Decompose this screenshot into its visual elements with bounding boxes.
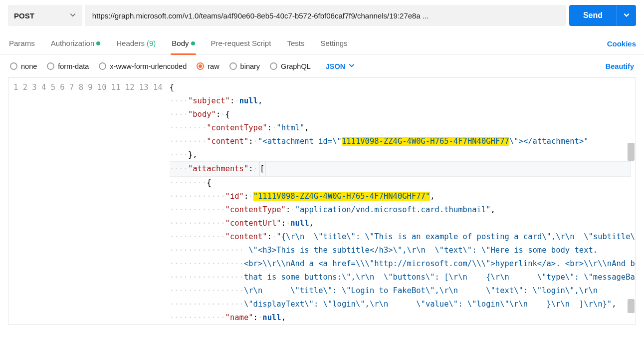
- scrollbar-thumb[interactable]: [628, 143, 635, 161]
- tab-tests[interactable]: Tests: [286, 33, 305, 54]
- highlighted-id: 1111V098-ZZ4G-4W0G-H765-4F7HN40GHF77: [258, 192, 426, 201]
- highlighted-id: 1111V098-ZZ4G-4W0G-H765-4F7HN40GHF77: [342, 137, 509, 146]
- tab-headers[interactable]: Headers (9): [115, 33, 157, 54]
- request-bar: POST https://graph.microsoft.com/v1.0/te…: [0, 0, 644, 31]
- chevron-down-icon: [348, 62, 355, 70]
- radio-urlencoded[interactable]: x-www-form-urlencoded: [99, 62, 187, 70]
- send-button-group: Send: [569, 5, 636, 26]
- radio-none[interactable]: none: [10, 62, 37, 70]
- http-method-value: POST: [14, 11, 34, 20]
- chevron-down-icon: [69, 11, 76, 20]
- radio-binary[interactable]: binary: [229, 62, 260, 70]
- headers-count: (9): [147, 39, 156, 47]
- beautify-button[interactable]: Beautify: [606, 62, 634, 70]
- body-language-select[interactable]: JSON: [326, 62, 356, 70]
- send-options-button[interactable]: [617, 5, 636, 26]
- line-gutter: 1 2 3 4 5 6 7 8 9 10 11 12 13 14: [8, 78, 170, 324]
- url-input[interactable]: https://graph.microsoft.com/v1.0/teams/a…: [85, 5, 566, 26]
- tab-params[interactable]: Params: [8, 33, 36, 54]
- request-tabs: Params Authorization Headers (9) Body Pr…: [0, 31, 644, 55]
- radio-graphql[interactable]: GraphQL: [270, 62, 311, 70]
- tab-authorization[interactable]: Authorization: [50, 33, 102, 54]
- tab-settings[interactable]: Settings: [319, 33, 348, 54]
- code-content[interactable]: { ····"subject":·null, ····"body":·{ ···…: [170, 78, 636, 324]
- status-dot-icon: [96, 41, 100, 45]
- url-text: https://graph.microsoft.com/v1.0/teams/a…: [92, 11, 429, 20]
- status-dot-icon: [191, 41, 195, 45]
- cookies-link[interactable]: Cookies: [607, 39, 636, 48]
- scrollbar-thumb[interactable]: [628, 299, 635, 313]
- tab-body[interactable]: Body: [171, 33, 196, 54]
- code-editor[interactable]: 1 2 3 4 5 6 7 8 9 10 11 12 13 14 { ····"…: [8, 77, 636, 325]
- send-button[interactable]: Send: [569, 5, 617, 26]
- radio-raw[interactable]: raw: [197, 62, 219, 70]
- tab-pre-request[interactable]: Pre-request Script: [210, 33, 272, 54]
- chevron-down-icon: [623, 11, 630, 20]
- http-method-select[interactable]: POST: [8, 5, 82, 26]
- body-type-bar: none form-data x-www-form-urlencoded raw…: [0, 55, 644, 77]
- radio-form-data[interactable]: form-data: [47, 62, 89, 70]
